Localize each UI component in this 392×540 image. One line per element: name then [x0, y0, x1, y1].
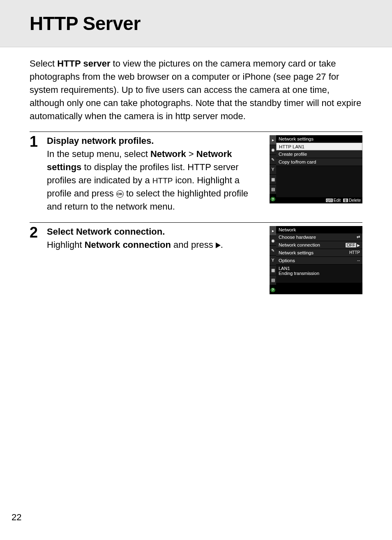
menu-body: Network settings HTTP LAN1 Create profil… [276, 135, 362, 203]
s2c: and press [171, 240, 216, 250]
menu-title: Network [276, 226, 362, 233]
chevron-right-icon: ▶ [357, 243, 360, 247]
page-number: 22 [12, 512, 21, 523]
menu-title: Network settings [276, 135, 362, 143]
step-1-screenshot: ▸ ◉ ✎ Y ▦ ▤ ? Network settings HTTP LAN1… [270, 135, 362, 203]
menu-sidebar: ▸ ◉ ✎ Y ▦ ▤ ? [270, 135, 276, 203]
menu-status: LAN1 Ending transmission [276, 265, 362, 283]
row-value: OFF▶ [346, 242, 360, 247]
s1b: Network [150, 149, 186, 159]
step-1-text: Display network profiles. In the setup m… [47, 134, 262, 213]
http-icon: HTTP [152, 176, 173, 185]
content-area: Select HTTP server to view the pictures … [0, 47, 392, 294]
row-value: -- [357, 258, 360, 263]
s1a: In the setup menu, select [47, 149, 150, 159]
intro-bold: HTTP server [57, 58, 110, 69]
s2a: Highlight [47, 240, 85, 250]
edit-hint: Q⊡Edit [326, 198, 341, 203]
trash-icon: 🗑 [343, 198, 348, 202]
page-title: HTTP Server [30, 12, 392, 35]
retouch-icon: ▦ [270, 175, 276, 185]
delete-hint: 🗑Delete [343, 198, 361, 203]
step-2-heading: Select Network connection. [47, 226, 165, 237]
intro-pre: Select [30, 58, 57, 69]
zoom-ok-icon: Q⊡ [326, 198, 333, 202]
right-arrow-icon [216, 242, 221, 248]
ethernet-icon: ⇄ [357, 235, 360, 239]
menu-row: Options -- [276, 257, 362, 265]
s1c: > [186, 149, 196, 159]
menu-sidebar: ▸ ◉ ✎ Y ▦ ▤ ? [270, 226, 276, 294]
header-bar: HTTP Server [0, 0, 392, 47]
camera-icon: ◉ [270, 236, 276, 246]
retouch-icon: ▦ [270, 265, 276, 275]
wrench-icon: Y [270, 256, 276, 265]
step-1-heading: Display network profiles. [47, 136, 154, 146]
help-icon: ? [270, 288, 275, 293]
pencil-icon: ✎ [270, 155, 276, 165]
pencil-icon: ✎ [270, 246, 276, 256]
menu-row: Create profile [276, 150, 362, 158]
list-icon: ▤ [270, 185, 276, 194]
menu-row: Copy to/from card [276, 158, 362, 166]
wrench-icon: Y [270, 165, 276, 175]
help-icon: ? [270, 197, 275, 202]
step-number: 1 [30, 134, 39, 149]
play-icon: ▸ [270, 226, 276, 236]
camera-menu-2: ▸ ◉ ✎ Y ▦ ▤ ? Network Choose hardware ⇄ [270, 226, 362, 294]
list-icon: ▤ [270, 275, 276, 285]
step-1: 1 Display network profiles. In the setup… [30, 132, 362, 213]
menu-footer: Q⊡Edit 🗑Delete [276, 197, 362, 203]
ok-button-icon: OK [116, 190, 124, 198]
step-2: 2 Select Network connection. Highlight N… [30, 222, 362, 294]
step-2-screenshot: ▸ ◉ ✎ Y ▦ ▤ ? Network Choose hardware ⇄ [270, 226, 362, 294]
row-value: HTTP [349, 250, 360, 255]
step-number: 2 [30, 225, 39, 240]
play-icon: ▸ [270, 135, 276, 145]
camera-menu-1: ▸ ◉ ✎ Y ▦ ▤ ? Network settings HTTP LAN1… [270, 135, 362, 203]
s2b: Network connection [85, 240, 171, 250]
menu-row: Network connection OFF▶ [276, 241, 362, 249]
camera-icon: ◉ [270, 145, 276, 155]
menu-row-selected: HTTP LAN1 [276, 143, 362, 150]
status-line-1: LAN1 [279, 266, 360, 271]
status-line-2: Ending transmission [279, 271, 360, 276]
menu-body: Network Choose hardware ⇄ Network connec… [276, 226, 362, 294]
menu-row: Choose hardware ⇄ [276, 233, 362, 241]
menu-row: Network settings HTTP [276, 249, 362, 257]
s2d: . [221, 240, 223, 250]
step-2-text: Select Network connection. Highlight Net… [47, 225, 262, 252]
intro-paragraph: Select HTTP server to view the pictures … [30, 57, 362, 122]
